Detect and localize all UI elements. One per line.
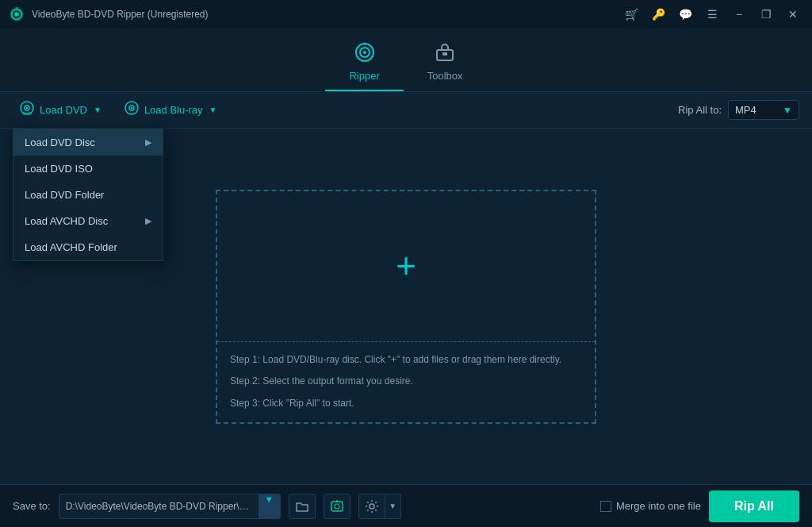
ripper-tab-label: Ripper	[349, 70, 379, 82]
merge-checkbox[interactable]	[600, 501, 611, 512]
svg-point-7	[363, 43, 366, 45]
svg-point-6	[363, 51, 366, 54]
svg-point-16	[131, 107, 132, 109]
svg-rect-9	[442, 52, 447, 56]
settings-icon	[330, 499, 344, 514]
menu-item-load-dvd-folder[interactable]: Load DVD Folder	[13, 182, 163, 208]
step2-text: Step 2: Select the output format you des…	[230, 373, 582, 390]
rip-all-button[interactable]: Rip All	[709, 490, 799, 522]
tab-toolbox[interactable]: Toolbox	[404, 35, 487, 91]
format-dropdown-icon: ▼	[783, 105, 792, 116]
menu-item-load-avchd-disc[interactable]: Load AVCHD Disc ▶	[13, 208, 163, 234]
minimize-button[interactable]: −	[728, 3, 750, 25]
svg-point-12	[26, 107, 28, 109]
menu-item-label: Load DVD Folder	[25, 189, 104, 201]
submenu-chevron-icon: ▶	[145, 137, 151, 148]
save-path-dropdown-button[interactable]: ▼	[259, 494, 280, 518]
chat-button[interactable]: 💬	[674, 3, 696, 25]
folder-icon	[295, 499, 309, 514]
menu-item-label: Load AVCHD Folder	[25, 241, 117, 253]
open-folder-button[interactable]	[289, 494, 316, 519]
ripper-tab-icon	[354, 41, 376, 67]
menu-item-label: Load DVD Disc	[25, 137, 95, 148]
load-bluray-button[interactable]: Load Blu-ray ▼	[117, 97, 224, 123]
svg-text:DVD: DVD	[23, 111, 32, 116]
submenu-chevron-icon: ▶	[145, 216, 151, 226]
key-button[interactable]: 🔑	[647, 3, 669, 25]
settings-button[interactable]	[324, 494, 350, 519]
title-bar-left: VideoByte BD-DVD Ripper (Unregistered)	[8, 6, 209, 23]
rip-all-to-label: Rip All to:	[678, 104, 722, 116]
nav-bar: Ripper Toolbox	[0, 29, 812, 92]
add-files-icon: +	[396, 248, 416, 283]
load-bluray-label: Load Blu-ray	[144, 104, 203, 116]
title-bar-controls: 🛒 🔑 💬 ☰ − ❐ ✕	[620, 3, 804, 25]
svg-rect-17	[331, 502, 343, 511]
bluray-icon	[124, 100, 140, 120]
load-dvd-button[interactable]: DVD Load DVD ▼	[13, 97, 108, 123]
rip-all-to-area: Rip All to: MP4 ▼	[678, 100, 799, 120]
gear-dropdown: ▼	[358, 494, 401, 519]
drop-zone[interactable]: + Step 1: Load DVD/Blu-ray disc. Click "…	[216, 190, 596, 424]
format-value: MP4	[735, 104, 756, 116]
load-dvd-arrow-icon: ▼	[94, 106, 102, 114]
load-bluray-arrow-icon: ▼	[209, 106, 217, 114]
cart-button[interactable]: 🛒	[620, 3, 642, 25]
toolbox-tab-label: Toolbox	[427, 70, 463, 82]
drop-zone-top: +	[396, 191, 416, 341]
svg-point-2	[14, 12, 19, 17]
save-path-box: D:\VideoByte\VideoByte BD-DVD Ripper\Rip…	[59, 494, 281, 519]
dvd-icon: DVD	[19, 100, 35, 120]
save-path-text: D:\VideoByte\VideoByte BD-DVD Ripper\Rip…	[59, 501, 259, 512]
gear-button[interactable]	[358, 494, 385, 519]
menu-item-label: Load DVD ISO	[25, 163, 93, 175]
toolbox-tab-icon	[434, 41, 456, 67]
load-dvd-label: Load DVD	[40, 104, 87, 116]
load-dvd-dropdown-menu: Load DVD Disc ▶ Load DVD ISO Load DVD Fo…	[13, 129, 163, 261]
toolbar: DVD Load DVD ▼ Load Blu-ray ▼ Rip All to…	[0, 92, 812, 129]
close-button[interactable]: ✕	[782, 3, 804, 25]
save-to-label: Save to:	[13, 500, 51, 512]
title-bar: VideoByte BD-DVD Ripper (Unregistered) 🛒…	[0, 0, 812, 29]
svg-point-18	[335, 504, 339, 509]
gear-dropdown-arrow-button[interactable]: ▼	[385, 494, 401, 519]
menu-button[interactable]: ☰	[701, 3, 723, 25]
gear-icon	[365, 499, 379, 514]
format-select[interactable]: MP4 ▼	[728, 100, 799, 120]
menu-item-load-avchd-folder[interactable]: Load AVCHD Folder	[13, 234, 163, 260]
step3-text: Step 3: Click "Rip All" to start.	[230, 395, 582, 413]
app-logo-icon	[8, 6, 25, 23]
menu-item-load-dvd-iso[interactable]: Load DVD ISO	[13, 156, 163, 182]
maximize-button[interactable]: ❐	[755, 3, 777, 25]
svg-point-20	[370, 504, 374, 509]
app-title: VideoByte BD-DVD Ripper (Unregistered)	[32, 9, 209, 20]
menu-item-load-dvd-disc[interactable]: Load DVD Disc ▶	[13, 129, 163, 156]
merge-label: Merge into one file	[616, 500, 701, 512]
bottom-bar: Save to: D:\VideoByte\VideoByte BD-DVD R…	[0, 484, 812, 527]
menu-item-label: Load AVCHD Disc	[25, 215, 108, 227]
step1-text: Step 1: Load DVD/Blu-ray disc. Click "+"…	[230, 352, 582, 369]
tab-ripper[interactable]: Ripper	[325, 35, 403, 91]
merge-checkbox-area: Merge into one file	[600, 500, 701, 512]
drop-zone-instructions: Step 1: Load DVD/Blu-ray disc. Click "+"…	[217, 341, 595, 422]
